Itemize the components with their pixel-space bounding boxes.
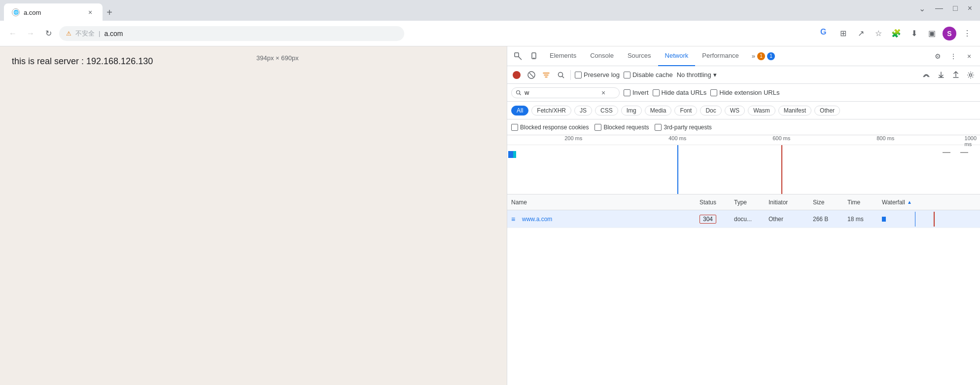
type-pill-font[interactable]: Font [674, 106, 697, 116]
tab-elements[interactable]: Elements [543, 46, 583, 66]
network-conditions-button[interactable] [921, 70, 932, 80]
extra-filter-0[interactable]: Blocked response cookies [511, 124, 589, 131]
type-pill-img[interactable]: Img [621, 106, 642, 116]
preserve-log-checkbox[interactable] [575, 72, 582, 78]
type-pill-js[interactable]: JS [574, 106, 592, 116]
type-pill-fetch-xhr[interactable]: Fetch/XHR [531, 106, 571, 116]
export-har-button[interactable] [950, 70, 961, 80]
address-divider: | [99, 30, 100, 37]
search-button[interactable] [556, 70, 566, 80]
google-logo[interactable]: G [820, 28, 832, 39]
window-minimize-button[interactable]: — [935, 4, 943, 13]
col-header-size[interactable]: Size [813, 199, 847, 206]
row-initiator: Other [769, 216, 783, 223]
row-time-cell: 18 ms [847, 215, 882, 223]
new-tab-button[interactable]: + [103, 5, 116, 19]
table-row[interactable]: ≡ www.a.com 304 docu... Other 266 B [507, 210, 980, 228]
col-header-status[interactable]: Status [700, 199, 734, 206]
extra-filter-checkbox-1[interactable] [595, 124, 601, 131]
share-button[interactable]: ↗ [854, 27, 868, 40]
tab-sources[interactable]: Sources [621, 46, 658, 66]
address-bar[interactable]: ⚠ 不安全 | a.com [59, 26, 404, 41]
col-header-name[interactable]: Name [511, 199, 700, 206]
timeline-ruler: 200 ms 400 ms 600 ms 800 ms 1000 ms [507, 135, 980, 145]
extra-filter-2[interactable]: 3rd-party requests [655, 124, 711, 131]
forward-button[interactable]: → [24, 27, 37, 40]
bookmark-button[interactable]: ☆ [872, 27, 885, 40]
reload-button[interactable]: ↻ [41, 27, 55, 40]
devtools-topbar: Elements Console Sources Network Perform… [507, 46, 980, 66]
devtools-close-button[interactable]: × [962, 49, 976, 63]
timeline-vline-red [781, 145, 782, 194]
profile-button[interactable]: S [943, 27, 956, 40]
import-har-button[interactable] [936, 70, 946, 80]
col-header-type[interactable]: Type [734, 199, 769, 206]
row-type-cell: docu... [734, 215, 769, 223]
row-time: 18 ms [847, 216, 864, 223]
tab-favicon: 🌐 [12, 8, 20, 16]
type-pill-other[interactable]: Other [814, 106, 840, 116]
timeline-bar-blue [508, 151, 513, 158]
filter-clear-button[interactable]: × [601, 89, 605, 97]
back-button[interactable]: ← [6, 27, 20, 40]
extra-filter-checkbox-0[interactable] [511, 124, 518, 131]
col-header-waterfall[interactable]: Waterfall ▲ [882, 199, 976, 206]
network-settings-button[interactable] [965, 70, 976, 80]
hide-ext-urls-checkbox[interactable] [710, 89, 717, 96]
hide-data-urls-option[interactable]: Hide data URLs [653, 89, 707, 96]
device-emulation-button[interactable] [527, 49, 541, 63]
invert-checkbox[interactable] [624, 89, 630, 96]
browser-menu-button[interactable]: ⋮ [960, 27, 974, 40]
filter-button[interactable] [541, 70, 552, 80]
waterfall-vline-red [934, 212, 935, 227]
more-tabs-button[interactable]: » 1 1 [748, 52, 779, 60]
table-header: Name Status Type Initiator Size Time [507, 194, 980, 210]
tab-console[interactable]: Console [583, 46, 621, 66]
disable-cache-checkbox[interactable] [624, 72, 630, 78]
type-pill-all[interactable]: All [511, 106, 528, 116]
divider [570, 70, 571, 80]
tab-close-button[interactable]: × [86, 8, 95, 17]
timeline-bar-teal [513, 151, 516, 158]
browser-tab[interactable]: 🌐 a.com × [4, 3, 103, 21]
download-button[interactable]: ⬇ [907, 27, 921, 40]
window-chevron-icon[interactable]: ⌄ [919, 4, 925, 13]
sidebar-button[interactable]: ▣ [925, 27, 939, 40]
security-warning-icon: ⚠ [66, 30, 71, 37]
tab-network[interactable]: Network [658, 46, 696, 66]
svg-point-8 [517, 90, 520, 94]
inspect-element-button[interactable] [511, 49, 525, 63]
preserve-log-option[interactable]: Preserve log [575, 71, 620, 78]
disable-cache-option[interactable]: Disable cache [624, 71, 673, 78]
col-header-initiator[interactable]: Initiator [769, 199, 813, 206]
throttle-select[interactable]: No throttling ▾ [677, 71, 717, 78]
hide-data-urls-checkbox[interactable] [653, 89, 660, 96]
devtools-controls: ⚙ ⋮ × [931, 49, 976, 63]
type-pill-media[interactable]: Media [645, 106, 672, 116]
tab-performance[interactable]: Performance [695, 46, 745, 66]
filter-input-wrapper[interactable]: × [511, 87, 620, 98]
tick-800ms: 800 ms [876, 135, 894, 141]
hide-ext-urls-option[interactable]: Hide extension URLs [710, 89, 779, 96]
type-pill-css[interactable]: CSS [595, 106, 618, 116]
extensions-button[interactable]: 🧩 [889, 27, 903, 40]
col-header-time[interactable]: Time [847, 199, 882, 206]
extra-filter-checkbox-2[interactable] [655, 124, 662, 131]
type-pill-ws[interactable]: WS [725, 106, 745, 116]
row-size: 266 B [813, 216, 828, 223]
clear-network-button[interactable] [526, 70, 537, 80]
row-name-cell: ≡ www.a.com [511, 215, 700, 223]
type-pill-doc[interactable]: Doc [700, 106, 721, 116]
network-toolbar: Preserve log Disable cache No throttling… [507, 66, 980, 84]
window-close-button[interactable]: × [968, 4, 972, 13]
type-pill-wasm[interactable]: Wasm [748, 106, 775, 116]
filter-input[interactable] [525, 89, 598, 96]
translate-button[interactable]: ⊞ [836, 27, 850, 40]
record-stop-button[interactable] [511, 70, 522, 80]
window-maximize-button[interactable]: □ [953, 4, 958, 13]
invert-option[interactable]: Invert [624, 89, 649, 96]
type-pill-manifest[interactable]: Manifest [778, 106, 811, 116]
devtools-more-button[interactable]: ⋮ [946, 49, 960, 63]
extra-filter-1[interactable]: Blocked requests [595, 124, 649, 131]
devtools-settings-button[interactable]: ⚙ [931, 49, 945, 63]
